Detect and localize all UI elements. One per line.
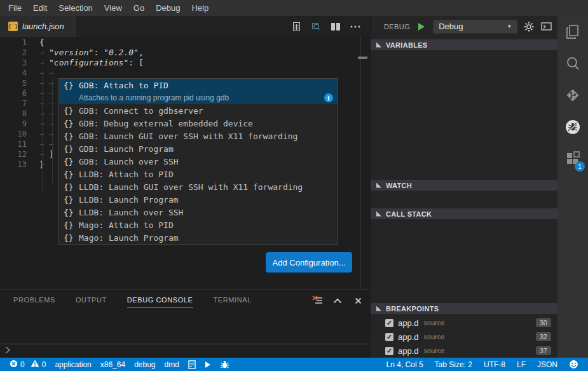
project-status[interactable]: application [50, 358, 95, 371]
suggest-item[interactable]: {}Mago: Attach to PID [59, 219, 338, 231]
source-control-icon[interactable] [557, 79, 588, 111]
extensions-icon[interactable]: 1 [557, 143, 588, 175]
section-watch[interactable]: WATCH [371, 180, 558, 191]
debug-bug-icon[interactable] [215, 358, 234, 371]
section-variables[interactable]: VARIABLES [371, 39, 558, 50]
breakpoint-checkbox[interactable]: ✓ [385, 347, 393, 355]
problems-status[interactable]: 0 0 [5, 358, 50, 371]
suggestion-label: LLDB: Launch Program [79, 195, 179, 205]
close-panel-icon[interactable] [352, 295, 364, 306]
feedback-smiley-icon[interactable] [564, 358, 583, 371]
start-debugging-icon[interactable] [416, 21, 427, 32]
menu-help[interactable]: Help [186, 1, 214, 15]
arch-status[interactable]: x86_64 [96, 358, 130, 371]
suggest-item[interactable]: {}LLDB: Launch Program [59, 193, 338, 206]
suggest-widget: {}GDB: Attach to PIDAttaches to a runnin… [58, 78, 338, 245]
breakpoint-checkbox[interactable]: ✓ [385, 333, 393, 341]
file-stats-icon[interactable] [291, 21, 302, 32]
line-number[interactable]: 13 [0, 159, 27, 170]
split-editor-icon[interactable] [330, 21, 341, 32]
suggest-item[interactable]: {}LLDB: Launch over SSH [59, 206, 338, 219]
line-number[interactable]: 12 [0, 149, 27, 159]
line-number[interactable]: 4 [0, 68, 27, 78]
cursor-position-status[interactable]: Ln 4, Col 5 [382, 358, 428, 371]
tab-terminal[interactable]: TERMINAL [214, 296, 252, 307]
line-number[interactable]: 8 [0, 109, 27, 119]
menu-view[interactable]: View [99, 1, 128, 15]
tab-problems[interactable]: PROBLEMS [13, 296, 55, 307]
line-number[interactable]: 11 [0, 139, 27, 149]
line-number[interactable]: 6 [0, 88, 27, 98]
tab-debug-console[interactable]: DEBUG CONSOLE [127, 296, 193, 307]
breakpoint-file: app.d [398, 318, 419, 328]
breakpoint-checkbox[interactable]: ✓ [385, 319, 393, 327]
tab-output[interactable]: OUTPUT [76, 296, 107, 307]
code-line[interactable]: 2→"version": "0.2.0", [0, 48, 144, 58]
configure-gear-icon[interactable] [523, 21, 535, 32]
line-number[interactable]: 1 [0, 37, 27, 48]
encoding-status[interactable]: UTF-8 [479, 358, 510, 371]
line-number[interactable]: 9 [0, 119, 27, 129]
breakpoint-row[interactable]: ✓app.dsource32 [371, 330, 558, 344]
breakpoint-line-badge: 32 [536, 332, 551, 341]
open-console-icon[interactable] [540, 21, 552, 32]
snippet-kind-icon: {} [64, 132, 79, 141]
line-number[interactable]: 2 [0, 48, 27, 58]
menu-edit[interactable]: Edit [27, 1, 53, 15]
code-text: →"version": "0.2.0", [27, 48, 144, 58]
suggest-item[interactable]: {}LLDB: Attach to PID [59, 168, 338, 180]
code-line[interactable]: 1{ [0, 37, 144, 48]
breakpoint-row[interactable]: ✓app.dsource30 [371, 316, 558, 330]
line-number[interactable]: 3 [0, 58, 27, 68]
section-call-stack[interactable]: CALL STACK [371, 208, 558, 219]
breakpoint-row[interactable]: ✓app.dsource37 [371, 344, 558, 358]
tab-launch-json[interactable]: { } launch.json [0, 16, 76, 37]
search-preview-icon[interactable] [310, 21, 322, 32]
breakpoint-origin: source [424, 319, 445, 327]
clear-console-icon[interactable] [311, 295, 323, 306]
coverage-report-icon[interactable] [184, 358, 200, 371]
suggest-item[interactable]: {}GDB: Attach to PIDAttaches to a runnin… [59, 79, 338, 104]
run-icon[interactable] [200, 358, 215, 371]
eol-status[interactable]: LF [512, 358, 530, 371]
line-number[interactable]: 10 [0, 129, 27, 139]
debug-configuration-dropdown[interactable]: Debug ▼ [433, 20, 517, 34]
info-icon[interactable]: i [324, 93, 333, 102]
suggestion-label: LLDB: Attach to PID [79, 170, 174, 179]
code-line[interactable]: 3→"configurations": [ [0, 58, 144, 68]
add-configuration-button[interactable]: Add Configuration... [266, 252, 352, 273]
breakpoint-file: app.d [398, 346, 419, 356]
explorer-icon[interactable] [557, 16, 588, 48]
console-prompt-icon [4, 346, 11, 357]
debug-icon[interactable] [557, 111, 588, 143]
tab-label: launch.json [22, 22, 64, 31]
maximize-panel-icon[interactable] [332, 295, 343, 306]
menu-file[interactable]: File [3, 1, 27, 15]
suggest-item[interactable]: {}GDB: Launch over SSH [59, 155, 338, 168]
editor-tab-bar: { } launch.json [0, 16, 370, 37]
language-status[interactable]: JSON [533, 358, 562, 371]
suggest-item[interactable]: {}GDB: Connect to gdbserver [59, 104, 338, 117]
debug-console-input[interactable] [0, 344, 370, 358]
line-number[interactable]: 7 [0, 98, 27, 109]
tab-size-status[interactable]: Tab Size: 2 [430, 358, 477, 371]
suggest-item[interactable]: {}Mago: Launch Program [59, 231, 338, 244]
debug-configuration-value: Debug [439, 22, 463, 31]
build-type-status[interactable]: debug [130, 358, 160, 371]
scrollbar-slider[interactable] [358, 57, 367, 59]
section-breakpoints[interactable]: BREAKPOINTS [371, 303, 558, 314]
line-number[interactable]: 5 [0, 78, 27, 88]
suggest-item[interactable]: {}GDB: Launch Program [59, 142, 338, 155]
more-actions-icon[interactable] [350, 21, 361, 32]
compiler-status[interactable]: dmd [160, 358, 184, 371]
suggest-item[interactable]: {}GDB: Launch GUI over SSH with X11 forw… [59, 130, 338, 142]
menu-selection[interactable]: Selection [53, 1, 98, 15]
snippet-kind-icon: {} [64, 144, 79, 154]
code-line[interactable]: 4→→ [0, 68, 144, 78]
menu-debug[interactable]: Debug [150, 1, 186, 15]
suggest-item[interactable]: {}GDB: Debug external embedded device [59, 117, 338, 130]
code-text: →→ [27, 119, 58, 129]
suggest-item[interactable]: {}LLDB: Launch GUI over SSH with X11 for… [59, 180, 338, 193]
search-icon[interactable] [557, 48, 588, 79]
menu-go[interactable]: Go [128, 1, 150, 15]
